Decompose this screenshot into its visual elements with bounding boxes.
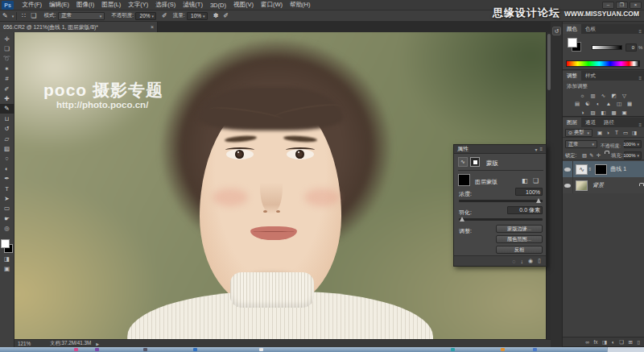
zoom-level[interactable]: 121%: [18, 341, 31, 346]
layer-opacity-input[interactable]: 100%▾: [624, 140, 642, 148]
filter-adjustment-icon[interactable]: ◑: [606, 130, 609, 135]
panel-menu-icon[interactable]: ≡: [638, 76, 644, 81]
menu-type[interactable]: 文字(Y): [125, 1, 152, 9]
tab-styles[interactable]: 样式: [581, 71, 600, 81]
taskbar-app-icon[interactable]: [259, 348, 263, 351]
panel-menu-icon[interactable]: ≡: [638, 29, 644, 34]
properties-panel-header[interactable]: 属性 ▾≡: [454, 145, 546, 154]
opacity-input[interactable]: 20%▾: [135, 12, 156, 20]
background-layer-thumbnail[interactable]: [576, 180, 588, 191]
filter-type-dropdown[interactable]: ⊙ 类型 ▾: [565, 129, 592, 137]
folder-icon[interactable]: ❏: [28, 12, 39, 19]
menu-filter[interactable]: 滤镜(T): [180, 1, 207, 9]
adj-curves-icon[interactable]: ∿: [600, 93, 607, 99]
pen-pressure-opacity-icon[interactable]: ✐: [159, 12, 170, 19]
adj-hue-saturation-icon[interactable]: ▤: [574, 101, 581, 107]
taskbar-app-icon[interactable]: [74, 348, 78, 351]
delete-mask-trash-icon[interactable]: ▯: [538, 258, 541, 264]
layer-mask-thumbnail[interactable]: [595, 164, 607, 175]
tool-gradient[interactable]: ▧: [0, 143, 14, 153]
mask-view-icon[interactable]: [470, 157, 480, 167]
restore-button[interactable]: ❐: [616, 2, 628, 9]
quick-mask-icon[interactable]: ◨: [0, 254, 14, 263]
brush-panel-toggle-icon[interactable]: ∷: [19, 12, 28, 19]
lock-transparent-icon[interactable]: ▧: [582, 152, 587, 158]
tab-layers[interactable]: 图层: [563, 118, 581, 127]
adj-gradient-map-icon[interactable]: ▩: [610, 110, 617, 116]
tool-type[interactable]: T: [0, 184, 14, 193]
adj-photo-filter-icon[interactable]: ▲: [605, 101, 613, 107]
screen-mode-icon[interactable]: ▣: [0, 263, 14, 273]
menu-layer[interactable]: 图层(L): [98, 1, 125, 9]
taskbar-app-icon[interactable]: [451, 348, 455, 351]
status-flyout-icon[interactable]: ▶: [96, 342, 99, 346]
grayscale-ramp-slider[interactable]: [592, 45, 622, 50]
density-input[interactable]: 100%: [515, 188, 543, 196]
vector-mask-icon[interactable]: ❏: [533, 177, 539, 184]
foreground-color-swatch[interactable]: [1, 239, 10, 248]
new-group-icon[interactable]: ❏: [619, 339, 624, 346]
taskbar-app-icon[interactable]: [501, 348, 505, 351]
apply-mask-icon[interactable]: ↓: [521, 259, 524, 264]
foreground-color-swatch[interactable]: [568, 38, 577, 48]
brush-preset-icon[interactable]: ✎: [0, 12, 10, 19]
tool-lasso[interactable]: ➰: [0, 54, 14, 64]
menu-view[interactable]: 视图(V): [229, 1, 257, 9]
tool-brush[interactable]: ✎: [0, 104, 14, 114]
menu-window[interactable]: 窗口(W): [257, 1, 286, 9]
filter-shape-icon[interactable]: ▭: [623, 130, 628, 136]
layer-blend-mode-dropdown[interactable]: 正常▾: [565, 140, 597, 148]
adj-invert-icon[interactable]: ◑: [579, 110, 586, 116]
adj-channel-mixer-icon[interactable]: ◫: [616, 101, 623, 107]
minimize-button[interactable]: –: [602, 2, 614, 9]
tool-shape[interactable]: ▭: [0, 204, 14, 213]
menu-select[interactable]: 选择(S): [152, 1, 180, 9]
tool-path-select[interactable]: ➤: [0, 193, 14, 203]
tool-move[interactable]: ✛: [0, 34, 14, 43]
filter-smart-object-icon[interactable]: ◨: [632, 130, 637, 136]
blend-mode-dropdown[interactable]: 正常▾: [58, 12, 105, 20]
delete-layer-trash-icon[interactable]: ▯: [637, 339, 640, 346]
tool-hand[interactable]: ☛: [0, 213, 14, 223]
tab-channels[interactable]: 通道: [581, 118, 600, 127]
tool-crop[interactable]: #: [0, 74, 14, 84]
layer-row-background[interactable]: 背景: [563, 177, 644, 193]
density-slider[interactable]: [459, 200, 543, 202]
layer-visibility-eye-icon[interactable]: [563, 177, 573, 193]
layer-row-curves[interactable]: ∿ ∞ 曲线 1: [563, 161, 644, 177]
filter-image-icon[interactable]: ▣: [597, 130, 602, 136]
tool-eraser[interactable]: ▱: [0, 134, 14, 143]
flow-input[interactable]: 10%▾: [187, 12, 208, 20]
lock-position-icon[interactable]: ✛: [597, 152, 601, 158]
menu-image[interactable]: 图像(I): [73, 1, 98, 9]
lock-pixels-icon[interactable]: ✎: [589, 152, 593, 158]
tool-blur[interactable]: ○: [0, 154, 14, 164]
taskbar-app-icon[interactable]: [143, 348, 147, 351]
pixel-mask-icon[interactable]: ◧: [522, 177, 528, 184]
adj-black-white-icon[interactable]: ◐: [595, 101, 602, 107]
tab-paths[interactable]: 路径: [600, 118, 618, 127]
adj-selective-color-icon[interactable]: ▣: [621, 110, 628, 116]
panel-menu-icon[interactable]: ≡: [539, 147, 543, 152]
menu-3d[interactable]: 3D(D): [206, 2, 229, 9]
menu-file[interactable]: 文件(F): [19, 1, 46, 9]
color-range-button[interactable]: 颜色范围...: [496, 235, 543, 243]
taskbar-app-icon[interactable]: [95, 348, 99, 351]
new-layer-icon[interactable]: ⊞: [628, 339, 632, 346]
tool-magic-wand[interactable]: ✶: [0, 64, 14, 73]
adj-posterize-icon[interactable]: ▨: [589, 110, 597, 116]
curves-view-icon[interactable]: ∿: [458, 157, 468, 167]
mask-thumbnail[interactable]: [458, 174, 470, 186]
close-button[interactable]: ×: [630, 2, 642, 9]
feather-slider[interactable]: [459, 218, 543, 221]
tool-healing-brush[interactable]: ✚: [0, 93, 14, 103]
layer-visibility-eye-icon[interactable]: [563, 161, 573, 177]
spectrum-ramp[interactable]: [566, 60, 640, 67]
invert-button[interactable]: 反相: [496, 246, 543, 254]
adj-vibrance-icon[interactable]: ▽: [621, 93, 628, 99]
taskbar-app-icon[interactable]: [193, 348, 197, 351]
tool-marquee[interactable]: ❏: [0, 43, 14, 53]
layer-style-icon[interactable]: fx: [593, 339, 597, 345]
tab-color[interactable]: 颜色: [563, 24, 581, 34]
tool-clone-stamp[interactable]: ⊔: [0, 114, 14, 123]
